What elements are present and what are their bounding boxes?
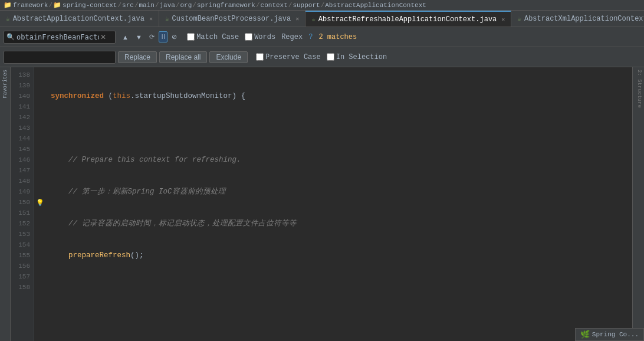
words-checkbox[interactable] xyxy=(245,33,252,41)
line-num-158: 158 xyxy=(11,282,30,293)
preserve-case-checkbox[interactable] xyxy=(256,53,264,61)
line-num-146: 146 xyxy=(11,155,30,165)
startup-monitor: startupShutdownMonitor xyxy=(135,91,232,101)
line-numbers: 138 139 140 141 142 143 144 145 146 147 … xyxy=(11,67,34,341)
code-content[interactable]: synchronized ( this . startupShutdownMon… xyxy=(46,67,632,341)
search-filter-button[interactable]: ⊘ xyxy=(169,31,180,42)
warning-icon[interactable]: 💡 xyxy=(36,199,44,206)
line-num-141: 141 xyxy=(11,101,30,112)
java-icon-4: ☕ xyxy=(517,15,521,22)
gutter-150: 💡 xyxy=(34,197,46,208)
main-area: 1: Project 138 139 140 141 142 143 144 1… xyxy=(0,67,644,341)
tab-close-3[interactable]: ✕ xyxy=(501,16,505,23)
favorites-label[interactable]: Favorites xyxy=(2,67,8,101)
right-panels: 2: Structure Web xyxy=(632,67,644,341)
code-line-142: // 记录容器的启动时间，标记启动状态，处理配置文件占位符等等 xyxy=(51,218,632,229)
code-line-140: // Prepare this context for refreshing. xyxy=(51,155,632,165)
preserve-case-checkbox-wrap[interactable]: Preserve Case xyxy=(256,53,321,61)
gutter-141 xyxy=(34,101,46,112)
line-num-148: 148 xyxy=(11,176,30,186)
line-num-147: 147 xyxy=(11,165,30,176)
search-wrap-button[interactable]: ⟳ xyxy=(146,31,157,42)
prev-match-button[interactable]: ▲ xyxy=(119,31,132,42)
breadcrumb-support[interactable]: support xyxy=(293,2,320,9)
left-sidebar-extra: Favorites xyxy=(0,67,11,341)
gutter-143 xyxy=(34,123,46,133)
code-area[interactable]: 138 139 140 141 142 143 144 145 146 147 … xyxy=(11,67,632,341)
replace-all-button[interactable]: Replace all xyxy=(159,51,207,63)
in-selection-checkbox[interactable] xyxy=(327,53,334,61)
line-num-140: 140 xyxy=(11,91,30,101)
code-line-143: prepareRefresh (); xyxy=(51,250,632,261)
gutter-138 xyxy=(34,70,46,80)
replace-input-wrap xyxy=(4,51,116,64)
code-line-139 xyxy=(51,123,632,133)
tab-abstract-xml-application-context[interactable]: ☕ AbstractXmlApplicationContext.java ✕ xyxy=(511,11,644,27)
breadcrumb-src[interactable]: src xyxy=(122,2,134,9)
spring-icon: 🌿 xyxy=(580,330,590,339)
gutter-146 xyxy=(34,155,46,165)
match-count: 2 matches xyxy=(318,33,357,41)
tab-custom-bean-post-processor[interactable]: ☕ CustomBeanPostProcessor.java ✕ xyxy=(159,11,305,27)
line-num-144: 144 xyxy=(11,133,30,144)
preserve-case-label: Preserve Case xyxy=(265,53,321,61)
search-nav-arrows: ▲ ▼ ⟳ I I ⊘ xyxy=(119,31,180,42)
match-case-checkbox[interactable] xyxy=(187,33,195,41)
gutter-148 xyxy=(34,176,46,186)
java-icon-1: ☕ xyxy=(6,15,10,22)
line-num-157: 157 xyxy=(11,271,30,282)
search-input[interactable] xyxy=(17,33,99,41)
next-match-button[interactable]: ▼ xyxy=(133,31,145,42)
gutter-152 xyxy=(34,218,46,229)
regex-help-icon[interactable]: ? xyxy=(308,33,313,41)
breadcrumb: 📁 framework / 📁 spring-context / src / m… xyxy=(0,0,644,11)
code-line-141: // 第一步：刷新Spring IoC容器前的预处理 xyxy=(51,186,632,197)
replace-input[interactable] xyxy=(6,53,110,61)
breadcrumb-class[interactable]: AbstractApplicationContext xyxy=(325,2,426,9)
in-selection-label: In Selection xyxy=(336,53,387,61)
line-num-142: 142 xyxy=(11,112,30,123)
spring-context-bar[interactable]: 🌿 Spring Co... xyxy=(575,328,644,341)
breadcrumb-main[interactable]: main xyxy=(139,2,154,9)
gutter-149 xyxy=(34,186,46,197)
gutter-144 xyxy=(34,133,46,144)
clear-search-button[interactable]: ✕ xyxy=(99,33,107,41)
line-num-153: 153 xyxy=(11,229,30,240)
gutter-157 xyxy=(34,271,46,282)
code-line-145 xyxy=(51,314,632,324)
gutter-147 xyxy=(34,165,46,176)
tab-label-4: AbstractXmlApplicationContext.java xyxy=(524,15,644,23)
breadcrumb-spring-context[interactable]: spring-context xyxy=(63,2,117,9)
tab-close-2[interactable]: ✕ xyxy=(295,15,299,22)
breadcrumb-folder-icon2: 📁 xyxy=(53,1,61,9)
match-case-checkbox-wrap[interactable]: Match Case xyxy=(187,33,239,41)
breadcrumb-org[interactable]: org xyxy=(180,2,192,9)
right-panel-structure[interactable]: 2: Structure xyxy=(633,67,644,110)
gutter-155 xyxy=(34,250,46,261)
line-num-156: 156 xyxy=(11,261,30,271)
gutter-142 xyxy=(34,112,46,123)
breadcrumb-context[interactable]: context xyxy=(261,2,288,9)
exclude-button[interactable]: Exclude xyxy=(209,51,248,63)
breadcrumb-java[interactable]: java xyxy=(160,2,175,9)
java-icon-2: ☕ xyxy=(165,15,169,22)
in-selection-checkbox-wrap[interactable]: In Selection xyxy=(327,53,387,61)
search-input-wrap: 🔍 ✕ xyxy=(4,31,116,44)
tab-abstract-application-context[interactable]: ☕ AbstractApplicationContext.java ✕ xyxy=(0,11,159,27)
line-num-155: 155 xyxy=(11,250,30,261)
gutter-140 xyxy=(34,91,46,101)
search-pause-button[interactable]: I I xyxy=(159,31,167,42)
breadcrumb-springframework[interactable]: springframework xyxy=(197,2,255,9)
words-checkbox-wrap[interactable]: Words xyxy=(245,33,275,41)
line-num-152: 152 xyxy=(11,218,30,229)
match-case-label: Match Case xyxy=(196,33,239,41)
tab-close-1[interactable]: ✕ xyxy=(149,15,153,22)
gutter: 💡 xyxy=(34,67,46,341)
line-num-145: 145 xyxy=(11,144,30,155)
tab-abstract-refreshable-application-context[interactable]: ☕ AbstractRefreshableApplicationContext.… xyxy=(305,11,511,27)
breadcrumb-framework[interactable]: framework xyxy=(13,2,48,9)
java-icon-3: ☕ xyxy=(311,15,316,23)
line-num-151: 151 xyxy=(11,208,30,218)
replace-button[interactable]: Replace xyxy=(118,51,157,63)
replace-bar: Replace Replace all Exclude Preserve Cas… xyxy=(0,47,644,67)
